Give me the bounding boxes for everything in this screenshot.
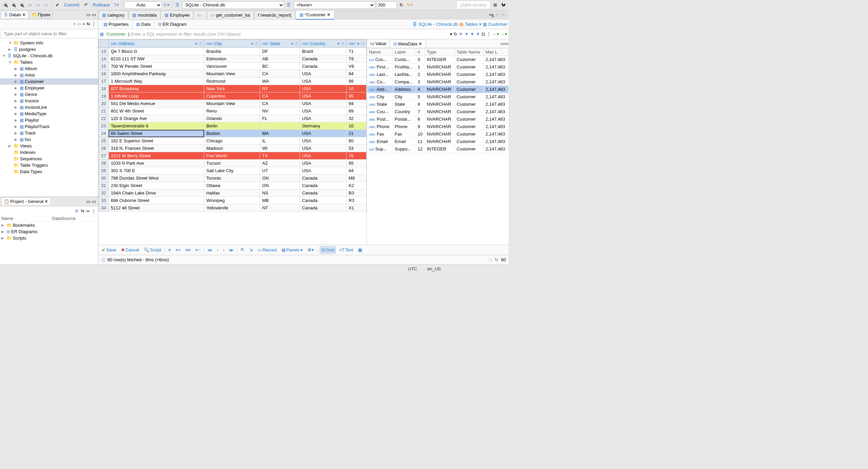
schema-select[interactable]: <None> — [294, 1, 375, 9]
minimize-icon[interactable]: ▭ — [500, 41, 505, 46]
gear-icon[interactable]: ⚙▾ — [306, 247, 315, 253]
tree-node-playlisttrack[interactable]: ▶▦PlaylistTrack — [0, 123, 98, 130]
data-row[interactable]: 171 Microsoft WayRedmondWAUSA98 — [99, 78, 367, 85]
panels-button[interactable]: ▦Panels▾ — [280, 247, 304, 253]
project-panel-tab[interactable]: 📋Project - General✕ — [1, 198, 51, 205]
timezone[interactable]: UTC — [408, 266, 417, 271]
new-folder-icon[interactable]: ▭ — [77, 21, 81, 26]
meta-row[interactable]: ABC StateState6NVARCHARCustomer2,147,483 — [367, 101, 509, 108]
tree-node-table-triggers[interactable]: 📁Table Triggers — [0, 162, 98, 168]
new-connection-icon[interactable]: + — [73, 21, 76, 26]
data-row[interactable]: 23Tauentzienstraße 8BerlinGermany10 — [99, 122, 367, 130]
data-row[interactable]: 29302 S 700 ESalt Lake CityUTUSA84 — [99, 167, 367, 175]
plug-add-icon[interactable]: 🔌 — [10, 2, 17, 8]
data-row[interactable]: 31230 Elgin StreetOttawaONCanadaK2 — [99, 182, 367, 189]
data-grid[interactable]: ABC Address▼↑?ABC City▼↑?ABC State▼↑?ABC… — [98, 39, 367, 212]
apply-filter-icon[interactable]: ↻ — [454, 32, 457, 37]
data-row[interactable]: 272211 W Berry StreetFort WorthTXUSA76 — [99, 152, 367, 160]
tree-node-customer[interactable]: ▶▦Customer — [0, 78, 98, 85]
tree-node-invoiceline[interactable]: ▶▦InvoiceLine — [0, 104, 98, 110]
meta-row[interactable]: ABC FaxFax10NVARCHARCustomer2,147,483 — [367, 130, 509, 138]
rows-icon[interactable]: □ — [489, 257, 492, 262]
data-tab[interactable]: ▦Data — [132, 20, 154, 28]
data-row[interactable]: 13Qe 7 Bloco GBrasíliaDFBrazil71 — [99, 48, 367, 55]
dup-row-icon[interactable]: ≡≡ — [184, 247, 192, 253]
meta-row[interactable]: ABC Co...Compa...3NVARCHARCustomer2,147,… — [367, 78, 509, 86]
meta-row[interactable]: ABC First...FirstNa...1NVARCHARCustomer2… — [367, 63, 509, 71]
tree-node-foo[interactable]: ▶▦foo — [0, 136, 98, 143]
minimize-icon[interactable]: ▭ — [86, 12, 91, 18]
sql-editor-new-icon[interactable]: ▭ — [35, 2, 41, 8]
data-row[interactable]: 281033 N Park AveTucsonAZUSA85 — [99, 160, 367, 167]
save-button[interactable]: ✔Save — [100, 247, 118, 253]
menu-icon[interactable]: ⋮ — [92, 21, 96, 26]
meta-row[interactable]: ABC Add...Address4NVARCHARCustomer2,147,… — [367, 86, 509, 93]
last-icon[interactable]: ⏭ — [228, 247, 235, 253]
editor-tab-category[interactable]: ▦category — [98, 11, 128, 20]
extra-icon[interactable]: ▦ — [357, 247, 363, 253]
editor-tab-employee[interactable]: ▦Employee — [161, 11, 193, 20]
refresh-icon[interactable]: ↻ — [398, 2, 405, 8]
meta-row[interactable]: ABC CityCity5NVARCHARCustomer2,147,483 — [367, 93, 509, 101]
tree-node-indexes[interactable]: 📁Indexes — [0, 149, 98, 156]
properties-tab[interactable]: ▦Properties — [100, 20, 132, 28]
data-row[interactable]: 148210 111 ST NWEdmontonABCanadaT6 — [99, 55, 367, 63]
first-icon[interactable]: ⏮ — [206, 247, 213, 253]
database-panel-tab[interactable]: 🗄Datab✕ — [1, 11, 28, 19]
tx-mode-select[interactable]: Auto — [124, 1, 162, 9]
script-button[interactable]: 🔍Script — [142, 247, 162, 253]
tree-node-sqlite-chinook-db[interactable]: ▼🗄SQLite - Chinook.db — [0, 53, 98, 59]
filter-icon-3[interactable]: ▼ — [470, 32, 474, 37]
link-icon[interactable]: ⇆ — [86, 21, 90, 26]
minimize-icon[interactable]: ▭ — [86, 199, 91, 204]
data-row[interactable]: 15700 W Pender StreetVancouverBCCanadaV6 — [99, 63, 367, 70]
data-row[interactable]: 30796 Dundas Street WestTorontoONCanadaM… — [99, 175, 367, 182]
text-view-button[interactable]: <TText — [338, 247, 354, 253]
data-row[interactable]: 191 Infinite LoopCupertinoCAUSA95 — [99, 93, 367, 100]
filter-icon[interactable]: ▼ — [459, 32, 463, 37]
commit-icon[interactable]: ✔ — [54, 2, 61, 8]
data-row[interactable]: 18627 BroadwayNew YorkNYUSA10 — [99, 85, 367, 93]
nav-fwd-icon[interactable]: → — [501, 12, 505, 17]
restore-icon[interactable]: ▭ — [505, 41, 509, 46]
app-icon[interactable]: 🐿 — [500, 2, 507, 8]
perspective-icon[interactable]: ⊞ — [492, 2, 498, 8]
crumb-table[interactable]: Customer — [488, 22, 507, 27]
meta-row[interactable]: 123 Cus...Custo...0INTEGERCustomer2,147,… — [367, 56, 509, 63]
tree-node-sequences[interactable]: 📁Sequences — [0, 156, 98, 162]
settings-icon[interactable]: ⊡ — [481, 32, 485, 37]
filter-dropdown-icon[interactable]: ▾ — [450, 32, 452, 37]
limit-input[interactable] — [376, 1, 397, 9]
plug-off-icon[interactable]: 🔌 — [18, 2, 25, 8]
tree-node-playlist[interactable]: ▶▦Playlist — [0, 117, 98, 123]
rollback-button[interactable]: Rollback — [91, 2, 112, 8]
filter-icon-4[interactable]: ▼ — [476, 32, 480, 37]
value-tab[interactable]: ▭Value — [367, 40, 390, 47]
refresh-status-icon[interactable]: ↻ — [495, 257, 498, 262]
tree-filter-input[interactable] — [1, 29, 98, 38]
add-row-icon[interactable]: ≡+ — [174, 247, 182, 253]
editor-tab-get_customer_ba[interactable]: ▭get_customer_ba — [207, 11, 254, 20]
locale[interactable]: en_US — [427, 266, 441, 271]
tx-dropdown-icon[interactable]: T▾ — [113, 2, 120, 8]
tree-node-mediatype[interactable]: ▶▦MediaType — [0, 110, 98, 117]
commit-button[interactable]: Commit — [62, 2, 81, 8]
tree-node-artist[interactable]: ▶▦Artist — [0, 72, 98, 78]
crumb-datasource[interactable]: SQLite - Chinook.db — [418, 22, 458, 27]
stop-icon[interactable]: ✎▾ — [406, 2, 413, 8]
restore-icon[interactable]: ▭ — [91, 199, 97, 204]
data-row[interactable]: 26319 N. Frances StreetMadisonWIUSA53 — [99, 145, 367, 152]
link-icon[interactable]: ⇆ — [81, 208, 84, 213]
data-row[interactable]: 2469 Salem StreetBostonMAUSA21 — [99, 130, 367, 137]
editor-tab-rewards_report-[interactable]: frewards_report( — [254, 11, 295, 20]
import-icon[interactable]: ⇲ — [248, 247, 254, 253]
quick-access[interactable]: Quick Access — [456, 1, 490, 9]
tree-node-system-info[interactable]: ▼📁System Info — [0, 40, 98, 46]
data-row[interactable]: 21801 W 4th StreetRenoNVUSA89 — [99, 107, 367, 115]
prev-icon[interactable]: ‹ — [215, 247, 219, 253]
sql-editor-icon[interactable]: ▭ — [26, 2, 33, 8]
collapse-icon[interactable]: ═ — [86, 208, 90, 213]
back-icon[interactable]: ←▾ — [492, 32, 499, 37]
crumb-tables[interactable]: Tables — [465, 22, 478, 27]
editor-tab-mockdata[interactable]: ▦mockdata — [129, 11, 160, 20]
